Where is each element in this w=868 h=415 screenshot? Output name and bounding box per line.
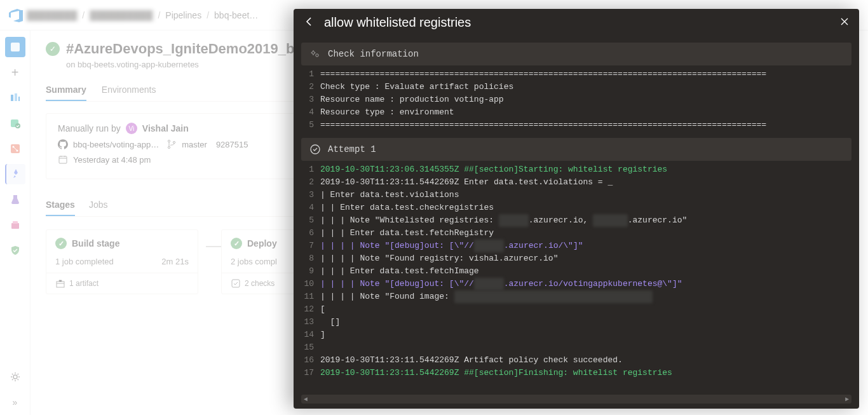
svg-point-19 — [316, 54, 318, 57]
log-block-attempt: 12019-10-30T11:23:06.3145355Z ##[section… — [301, 163, 851, 379]
svg-point-18 — [312, 51, 315, 54]
gears-icon — [310, 49, 320, 59]
log-block-info: 1=======================================… — [301, 68, 851, 132]
close-button[interactable] — [840, 17, 849, 28]
section-title: Check information — [328, 49, 419, 59]
success-circle-icon — [310, 144, 320, 154]
section-check-information[interactable]: Check information — [301, 43, 851, 65]
horizontal-scrollbar[interactable]: ◄ ► — [301, 395, 851, 404]
scroll-right-icon[interactable]: ► — [843, 395, 851, 404]
log-scroll-area[interactable]: Check information 1=====================… — [294, 36, 859, 391]
svg-point-20 — [311, 145, 320, 154]
panel-header: allow whitelisted registries — [294, 9, 859, 36]
section-title: Attempt 1 — [328, 144, 376, 154]
scroll-left-icon[interactable]: ◄ — [301, 395, 310, 404]
back-button[interactable] — [304, 16, 315, 29]
panel-title: allow whitelisted registries — [324, 15, 840, 30]
section-attempt-1[interactable]: Attempt 1 — [301, 138, 851, 161]
log-panel: allow whitelisted registries Check infor… — [294, 9, 859, 409]
